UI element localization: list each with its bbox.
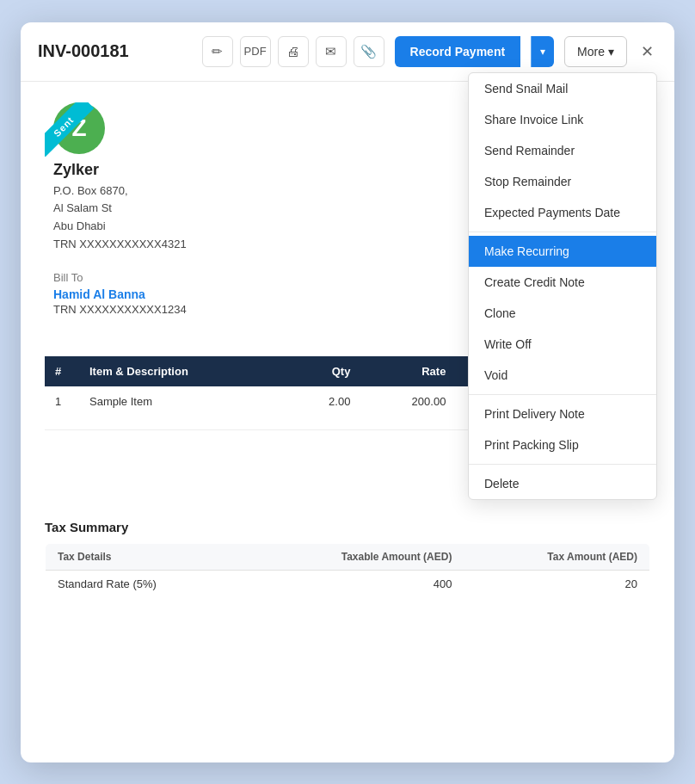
dropdown-item-clone[interactable]: Clone bbox=[469, 298, 656, 329]
more-dropdown-menu: Send Snail Mail Share Invoice Link Send … bbox=[468, 72, 657, 500]
tax-table-row: Standard Rate (5%) 400 20 bbox=[46, 570, 650, 597]
col-header-num: # bbox=[45, 356, 79, 386]
row-qty: 2.00 bbox=[287, 386, 361, 430]
company-address-line1: P.O. Box 6870, bbox=[53, 182, 187, 201]
email-icon: ✉ bbox=[325, 44, 336, 59]
edit-button[interactable]: ✏ bbox=[202, 36, 233, 67]
dropdown-item-write-off[interactable]: Write Off bbox=[469, 329, 656, 360]
dropdown-divider-1 bbox=[469, 231, 656, 232]
company-address-line2: Al Salam St bbox=[53, 200, 187, 218]
dropdown-item-create-credit-note[interactable]: Create Credit Note bbox=[469, 267, 656, 298]
dropdown-item-print-delivery-note[interactable]: Print Delivery Note bbox=[469, 398, 656, 429]
sent-ribbon-label: Sent bbox=[45, 102, 94, 157]
company-trn: TRN XXXXXXXXXXX4321 bbox=[53, 236, 187, 254]
dropdown-item-expected-payments-date[interactable]: Expected Payments Date bbox=[469, 197, 656, 228]
row-num: 1 bbox=[45, 386, 79, 430]
close-button[interactable]: ✕ bbox=[637, 39, 657, 65]
col-header-rate: Rate bbox=[360, 356, 456, 386]
dropdown-item-make-recurring[interactable]: Make Recurring bbox=[469, 236, 656, 267]
company-address: P.O. Box 6870, Al Salam St Abu Dhabi TRN… bbox=[53, 182, 187, 254]
company-address-line3: Abu Dhabi bbox=[53, 218, 187, 236]
edit-icon: ✏ bbox=[212, 44, 223, 59]
dropdown-item-send-snail-mail[interactable]: Send Snail Mail bbox=[469, 73, 656, 104]
tax-table: Tax Details Taxable Amount (AED) Tax Amo… bbox=[45, 543, 650, 598]
row-description: Sample Item bbox=[79, 386, 287, 430]
record-payment-button[interactable]: Record Payment bbox=[395, 36, 520, 67]
tax-details-cell: Standard Rate (5%) bbox=[46, 570, 246, 597]
dropdown-divider-2 bbox=[469, 394, 656, 395]
attach-icon: 📎 bbox=[360, 44, 377, 59]
more-dropdown-icon: ▾ bbox=[608, 45, 614, 59]
header-icons: ✏ PDF 🖨 ✉ 📎 bbox=[202, 36, 384, 67]
dropdown-item-void[interactable]: Void bbox=[469, 360, 656, 391]
row-rate: 200.00 bbox=[360, 386, 456, 430]
pdf-icon: PDF bbox=[244, 45, 267, 58]
tax-col-details: Tax Details bbox=[46, 543, 246, 570]
dropdown-item-delete[interactable]: Delete bbox=[469, 468, 656, 499]
record-payment-dropdown-button[interactable]: ▾ bbox=[531, 36, 554, 67]
email-button[interactable]: ✉ bbox=[316, 36, 347, 67]
col-header-description: Item & Description bbox=[79, 356, 287, 386]
more-label: More bbox=[577, 45, 605, 59]
attach-button[interactable]: 📎 bbox=[354, 36, 384, 67]
dropdown-item-print-packing-slip[interactable]: Print Packing Slip bbox=[469, 429, 656, 460]
tax-summary-title: Tax Summary bbox=[45, 520, 650, 534]
dropdown-item-stop-remainder[interactable]: Stop Remainder bbox=[469, 166, 656, 197]
tax-amount-cell: 20 bbox=[464, 570, 649, 597]
dropdown-divider-3 bbox=[469, 464, 656, 465]
taxable-amount-cell: 400 bbox=[245, 570, 464, 597]
tax-col-taxable: Taxable Amount (AED) bbox=[245, 543, 464, 570]
dropdown-item-share-invoice-link[interactable]: Share Invoice Link bbox=[469, 104, 656, 135]
more-button[interactable]: More ▾ bbox=[564, 36, 627, 67]
invoice-id: INV-000181 bbox=[38, 41, 192, 61]
dropdown-item-send-remainder[interactable]: Send Remainder bbox=[469, 135, 656, 166]
tax-col-amount: Tax Amount (AED) bbox=[464, 543, 649, 570]
dropdown-arrow-icon: ▾ bbox=[540, 46, 545, 58]
print-icon: 🖨 bbox=[286, 44, 299, 59]
col-header-qty: Qty bbox=[287, 356, 361, 386]
tax-summary-section: Tax Summary Tax Details Taxable Amount (… bbox=[45, 520, 650, 598]
pdf-button[interactable]: PDF bbox=[240, 36, 271, 67]
print-button[interactable]: 🖨 bbox=[278, 36, 309, 67]
sent-ribbon: Sent bbox=[45, 102, 114, 171]
invoice-modal: INV-000181 ✏ PDF 🖨 ✉ 📎 Record Payment ▾ … bbox=[21, 22, 674, 762]
